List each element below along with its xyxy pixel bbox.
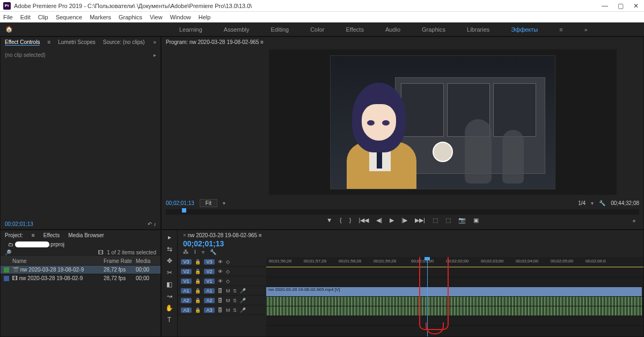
lane-a3[interactable] [266, 316, 643, 326]
tab-effect-controls[interactable]: Effect Controls [5, 39, 40, 46]
source-tools[interactable]: ↶ ♪ [148, 221, 156, 227]
minimize-button[interactable]: — [602, 2, 608, 10]
menu-help[interactable]: Help [199, 14, 211, 20]
audio-clip[interactable] [266, 297, 642, 306]
tab-mediabrowser[interactable]: Media Browser [68, 232, 104, 238]
track-v2[interactable]: V2🔒V2👁◇ [178, 267, 266, 276]
ws-color[interactable]: Color [310, 26, 324, 33]
lane-v3[interactable] [266, 268, 643, 277]
link-icon[interactable]: ⌇ [194, 249, 196, 255]
pen-tool-icon[interactable]: ↝ [167, 292, 172, 300]
playhead[interactable] [427, 257, 428, 336]
menu-clip[interactable]: Clip [38, 14, 48, 20]
program-panel: Program: nw 2020-03-28 19-08-02-965 ≡ 00… [161, 36, 644, 230]
snap-icon[interactable]: ⁂ [183, 249, 188, 255]
timeline-tracks[interactable]: 00;01;56;28 00;01;57;28 00;01;58;28 00;0… [266, 257, 643, 336]
track-v1[interactable]: V1🔒V1👁◇ [178, 276, 266, 286]
search-icon[interactable]: 🔎 [5, 250, 11, 255]
ws-libraries[interactable]: Libraries [467, 26, 489, 33]
ws-assembly[interactable]: Assembly [224, 26, 250, 33]
goto-out-icon[interactable]: ▶▶| [415, 217, 425, 224]
time-ruler[interactable]: 00;01;56;28 00;01;57;28 00;01;58;28 00;0… [266, 257, 643, 268]
program-tab[interactable]: Program: nw 2020-03-28 19-08-02-965 [166, 39, 259, 45]
lane-a1[interactable] [266, 297, 643, 306]
audio-clip[interactable] [266, 306, 642, 316]
ws-editing[interactable]: Editing [271, 26, 289, 33]
track-a1[interactable]: A1🔒A1🗄MS🎤 [178, 286, 266, 296]
col-fps[interactable]: Frame Rate [104, 258, 136, 264]
ripple-tool-icon[interactable]: ✥ [167, 257, 172, 265]
tab-lumetri[interactable]: Lumetri Scopes [58, 39, 95, 46]
lane-a2[interactable] [266, 306, 643, 316]
track-select-tool-icon[interactable]: ⇆ [167, 245, 172, 253]
label-color [4, 276, 9, 281]
step-back-icon[interactable]: ◀| [376, 217, 382, 224]
tab-overflow-icon[interactable]: » [153, 39, 156, 46]
play-icon[interactable]: ▶ [390, 217, 394, 224]
menu-markers[interactable]: Markers [90, 14, 111, 20]
track-a3[interactable]: A3🔒A3🗄MS🎤 [178, 305, 266, 315]
maximize-button[interactable]: ▢ [618, 2, 624, 10]
ws-learning[interactable]: Learning [179, 26, 202, 33]
program-scrubber[interactable] [166, 209, 639, 215]
ws-graphics[interactable]: Graphics [422, 26, 445, 33]
marker-add-icon[interactable]: ▿ [202, 249, 204, 255]
selection-tool-icon[interactable]: ▸ [168, 233, 171, 241]
add-button-icon[interactable]: ＋ [631, 217, 637, 225]
ws-audio[interactable]: Audio [385, 26, 400, 33]
tab-effects2[interactable]: Effects [43, 232, 60, 238]
project-panel: Project: ≡ Effects Media Browser 🗀 redac… [0, 230, 161, 337]
ws-menu-icon[interactable]: ≡ [559, 26, 562, 33]
ws-custom[interactable]: Эффекты [511, 26, 538, 33]
ws-effects[interactable]: Effects [346, 26, 363, 33]
menu-edit[interactable]: Edit [20, 14, 31, 20]
tab-source[interactable]: Source: (no clips) [103, 39, 145, 46]
lane-v1[interactable]: nw 2020-03-28 19-08-02-965.mp4 [V] [266, 287, 643, 297]
lift-icon[interactable]: ⬚ [433, 217, 438, 224]
type-tool-icon[interactable]: T [167, 316, 171, 324]
home-icon[interactable]: 🏠 [5, 26, 13, 33]
sequence-tab[interactable]: nw 2020-03-28 19-08-02-965 [188, 232, 258, 238]
item-name: 🎞 nw 2020-03-28 19-08-02-9 [12, 275, 104, 281]
tab-project[interactable]: Project: [5, 232, 23, 238]
settings-icon[interactable]: 🔧 [210, 249, 216, 255]
menu-view[interactable]: View [150, 14, 163, 20]
menu-graphics[interactable]: Graphics [119, 14, 142, 20]
export-frame-icon[interactable]: 📷 [458, 217, 466, 224]
film-icon[interactable]: 🎞 [98, 250, 104, 255]
disclosure-icon[interactable]: ▸ [153, 52, 156, 58]
bin-icon[interactable]: 🗀 [8, 241, 13, 247]
wrench-icon[interactable]: 🔧 [599, 200, 605, 206]
extract-icon[interactable]: ⬚ [445, 217, 451, 224]
slip-tool-icon[interactable]: ◧ [166, 281, 172, 288]
marker-icon[interactable]: ▼ [326, 217, 332, 224]
menu-sequence[interactable]: Sequence [56, 14, 83, 20]
workspace-bar: 🏠 Learning Assembly Editing Color Effect… [0, 23, 644, 36]
program-monitor[interactable] [269, 49, 617, 195]
col-name[interactable]: Name [12, 258, 104, 264]
zoom-fit-dropdown[interactable]: Fit [200, 199, 217, 207]
menu-window[interactable]: Window [170, 14, 191, 20]
track-v3[interactable]: V3🔒V3👁◇ [178, 257, 266, 267]
hand-tool-icon[interactable]: ✋ [165, 304, 173, 312]
razor-tool-icon[interactable]: ✂ [167, 269, 172, 276]
compare-icon[interactable]: ▣ [473, 217, 479, 224]
out-icon[interactable]: } [349, 217, 352, 224]
goto-in-icon[interactable]: |◀◀ [358, 217, 369, 224]
resolution-dropdown[interactable]: 1/4 [578, 200, 586, 206]
tab-settings-icon[interactable]: ≡ [47, 39, 50, 46]
step-fwd-icon[interactable]: |▶ [401, 217, 407, 224]
timeline-timecode[interactable]: 00;02;01;13 [183, 239, 638, 248]
program-timecode-in[interactable]: 00;02;01;13 [166, 200, 194, 206]
menu-file[interactable]: File [3, 14, 13, 20]
video-clip[interactable]: nw 2020-03-28 19-08-02-965.mp4 [V] [266, 287, 642, 296]
in-icon[interactable]: { [340, 217, 342, 224]
ws-overflow-icon[interactable]: » [584, 26, 588, 33]
project-item[interactable]: 🎬 nw 2020-03-28 19-08-02-9 28,72 fps 00;… [1, 265, 160, 274]
project-item[interactable]: 🎞 nw 2020-03-28 19-08-02-9 28,72 fps 00;… [1, 274, 160, 282]
lane-v2[interactable] [266, 277, 643, 287]
tab-settings-icon[interactable]: ≡ [32, 232, 35, 238]
track-a2[interactable]: A2🔒A2🗄MS🎤 [178, 296, 266, 305]
close-button[interactable]: ✕ [633, 2, 639, 10]
col-media[interactable]: Media [136, 258, 157, 264]
